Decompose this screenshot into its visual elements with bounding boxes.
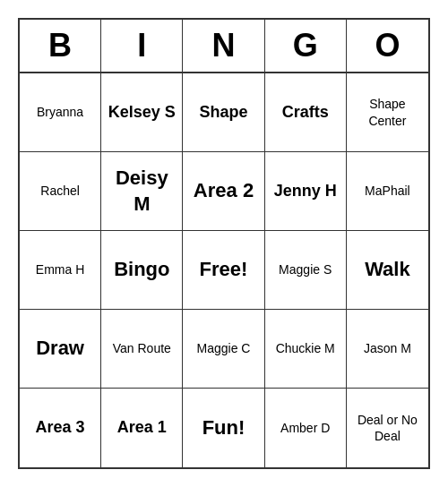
bingo-cell: Area 2 (183, 152, 264, 231)
bingo-cell: Deisy M (101, 152, 183, 231)
header-letter: I (101, 20, 183, 72)
bingo-cell: Amber D (265, 389, 347, 467)
bingo-cell: Walk (347, 231, 428, 310)
bingo-cell: Jason M (347, 310, 428, 389)
bingo-cell: Maggie C (183, 310, 264, 389)
bingo-card: BINGO BryannaKelsey SShapeCraftsShape Ce… (18, 18, 430, 469)
bingo-cell: Free! (183, 231, 264, 310)
bingo-cell: Crafts (265, 73, 347, 152)
bingo-cell: Maggie S (265, 231, 347, 310)
bingo-grid: BryannaKelsey SShapeCraftsShape CenterRa… (20, 73, 428, 467)
bingo-cell: Deal or No Deal (347, 389, 428, 467)
bingo-cell: Van Route (101, 310, 183, 389)
bingo-cell: Draw (20, 310, 101, 389)
bingo-cell: Bingo (101, 231, 183, 310)
bingo-cell: Shape (183, 73, 264, 152)
bingo-cell: Jenny H (265, 152, 347, 231)
bingo-header: BINGO (20, 20, 428, 73)
bingo-cell: Chuckie M (265, 310, 347, 389)
bingo-cell: Bryanna (20, 73, 101, 152)
header-letter: N (183, 20, 264, 72)
bingo-cell: Fun! (183, 389, 264, 467)
header-letter: B (20, 20, 101, 72)
header-letter: G (265, 20, 347, 72)
bingo-cell: MaPhail (347, 152, 428, 231)
bingo-cell: Area 3 (20, 389, 101, 467)
bingo-cell: Kelsey S (101, 73, 183, 152)
bingo-cell: Area 1 (101, 389, 183, 467)
bingo-cell: Emma H (20, 231, 101, 310)
bingo-cell: Rachel (20, 152, 101, 231)
header-letter: O (347, 20, 428, 72)
bingo-cell: Shape Center (347, 73, 428, 152)
